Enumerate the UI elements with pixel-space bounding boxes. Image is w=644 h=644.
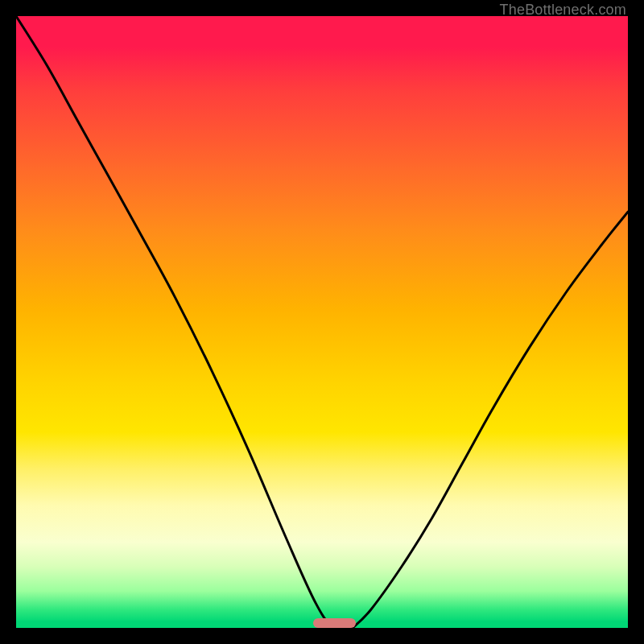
plot-area <box>16 16 628 628</box>
optimum-marker <box>313 618 356 628</box>
attribution-text: TheBottleneck.com <box>500 2 626 19</box>
chart-frame: TheBottleneck.com <box>0 0 644 644</box>
bottleneck-curve <box>16 16 628 628</box>
